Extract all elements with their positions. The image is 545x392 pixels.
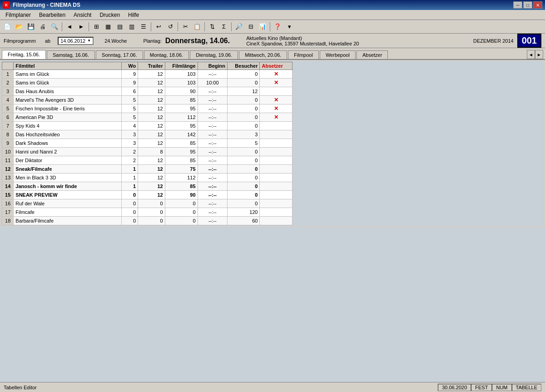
empty-area (0, 227, 545, 392)
table-row[interactable]: 10Hanni und Nanni 22895--:--0 (2, 148, 292, 156)
filter-button[interactable]: ⊟ (245, 21, 256, 32)
film-besucher-cell: 0 (228, 122, 260, 130)
row-number: 6 (2, 113, 14, 122)
menu-hilfe[interactable]: Hilfe (124, 11, 143, 19)
film-laenge-cell: 85 (165, 139, 198, 148)
film-trailer-cell: 12 (138, 96, 165, 104)
title-bar-controls[interactable]: ─ □ ✕ (513, 1, 542, 9)
tab-absetzer[interactable]: Absetzer (357, 50, 388, 59)
film-beginn-cell: --:-- (198, 174, 227, 182)
plantag-value: Donnerstag, 14.06. (165, 37, 230, 45)
table-button[interactable]: ▤ (114, 21, 125, 32)
tab-prev-button[interactable]: ◄ (527, 50, 535, 59)
film-beginn-cell: --:-- (198, 165, 227, 174)
forward-button[interactable]: ► (76, 21, 87, 32)
film-besucher-cell: 12 (228, 87, 260, 96)
film-trailer-cell: 12 (138, 79, 165, 87)
tab-mittwoch[interactable]: Mittwoch, 20.06. (239, 50, 287, 59)
help-button[interactable]: ❓ (272, 21, 283, 32)
film-trailer-cell: 8 (138, 148, 165, 156)
paste-button[interactable]: 📋 (192, 21, 203, 32)
preview-button[interactable]: 🔍 (49, 21, 60, 32)
film-absetzer-cell (260, 182, 292, 191)
table-row[interactable]: 6American Pie 3D512112--:--0✕ (2, 113, 292, 122)
film-wo-cell: 3 (122, 130, 138, 139)
film-wo-cell: 1 (122, 182, 138, 191)
new-button[interactable]: 📄 (2, 21, 13, 32)
menu-ansicht[interactable]: Ansicht (70, 11, 95, 19)
film-laenge-cell: 103 (165, 79, 198, 87)
tab-sonntag[interactable]: Sonntag, 17.06. (96, 50, 143, 59)
film-title-cell: Spy Kids 4 (14, 122, 122, 130)
minimize-button[interactable]: ─ (513, 1, 522, 9)
film-wo-cell: 0 (122, 191, 138, 199)
status-bar: Tabellen Editor 30.06.2020 FEST NUM TABE… (0, 382, 545, 392)
film-beginn-cell: --:-- (198, 87, 227, 96)
film-besucher-cell: 0 (228, 174, 260, 182)
table-row[interactable]: 14Janosch - komm wir finde11285--:--0 (2, 182, 292, 191)
film-absetzer-cell: ✕ (260, 104, 292, 113)
date-dropdown[interactable]: 14.06.2012 ▼ (58, 37, 94, 45)
film-beginn-cell: --:-- (198, 156, 227, 165)
film-wo-cell: 0 (122, 208, 138, 217)
menu-drucken[interactable]: Drucken (96, 11, 124, 19)
absetzer-x-icon: ✕ (274, 71, 278, 77)
table-row[interactable]: 17Filmcafe000--:--120 (2, 208, 292, 217)
sort-az-button[interactable]: ⇅ (207, 21, 218, 32)
row-number: 5 (2, 104, 14, 113)
table-row[interactable]: 5Fischen Impossible - Eine tieris51295--… (2, 104, 292, 113)
film-title-cell: Dark Shadows (14, 139, 122, 148)
tab-freitag[interactable]: Freitag, 15.06. (2, 50, 46, 59)
film-laenge-cell: 85 (165, 156, 198, 165)
table-row[interactable]: 8Das Hochzeitsvideo312142--:--3 (2, 130, 292, 139)
table-row[interactable]: 15SNEAK PREVIEW01290--:--0 (2, 191, 292, 199)
back-button[interactable]: ◄ (64, 21, 75, 32)
table-row[interactable]: 3Das Haus Anubis61290--:--12 (2, 87, 292, 96)
save-button[interactable]: 💾 (25, 21, 36, 32)
tab-montag[interactable]: Montag, 18.06. (144, 50, 189, 59)
cut-button[interactable]: ✂ (180, 21, 191, 32)
tab-samstag[interactable]: Samstag, 16.06. (47, 50, 95, 59)
sum-button[interactable]: Σ (218, 21, 229, 32)
film-title-cell: Men in Black 3 3D (14, 174, 122, 182)
film-absetzer-cell (260, 191, 292, 199)
table-row[interactable]: 16Ruf der Wale000--:--0 (2, 199, 292, 208)
table-row[interactable]: 13Men in Black 3 3D112112--:--0 (2, 174, 292, 182)
table-row[interactable]: 12Sneak/Filmcafe11275--:--0 (2, 165, 292, 174)
table-row[interactable]: 11Der Diktator21285--:--0 (2, 156, 292, 165)
table-row[interactable]: 9Dark Shadows31285--:--5 (2, 139, 292, 148)
table-row[interactable]: 7Spy Kids 441295--:--0 (2, 122, 292, 130)
film-absetzer-cell (260, 199, 292, 208)
tab-dienstag[interactable]: Dienstag, 19.06. (190, 50, 238, 59)
ab-label: ab (45, 38, 50, 44)
help-arrow-button[interactable]: ▾ (284, 21, 295, 32)
film-trailer-cell: 12 (138, 165, 165, 174)
table-row[interactable]: 4Marvel's The Avengers 3D51285--:--0✕ (2, 96, 292, 104)
tab-werbepool[interactable]: Werbepool (320, 50, 356, 59)
grid-button[interactable]: ▦ (103, 21, 114, 32)
print-button[interactable]: 🖨 (37, 21, 48, 32)
refresh-button[interactable]: ↺ (165, 21, 176, 32)
undo-button[interactable]: ↩ (153, 21, 164, 32)
menu-bearbeiten[interactable]: Bearbeiten (35, 11, 69, 19)
open-button[interactable]: 📂 (14, 21, 25, 32)
tab-filmpool[interactable]: Filmpool (288, 50, 319, 59)
table-row[interactable]: 18Barbara/Filmcafe000--:--60 (2, 217, 292, 225)
film-beginn-cell: --:-- (198, 113, 227, 122)
tab-next-button[interactable]: ► (535, 50, 543, 59)
close-button[interactable]: ✕ (533, 1, 542, 9)
status-text: Tabellen Editor (4, 385, 438, 390)
film-besucher-cell: 0 (228, 191, 260, 199)
search-button[interactable]: 🔎 (233, 21, 244, 32)
maximize-button[interactable]: □ (523, 1, 532, 9)
table-row[interactable]: 1Sams im Glück912103--:--0✕ (2, 70, 292, 79)
list-button[interactable]: ☰ (138, 21, 149, 32)
table-row[interactable]: 2Sams im Glück91210310:000✕ (2, 79, 292, 87)
copy-grid-button[interactable]: ⊞ (91, 21, 102, 32)
film-besucher-cell: 0 (228, 79, 260, 87)
table2-button[interactable]: ▥ (126, 21, 137, 32)
menu-filmplaner[interactable]: Filmplaner (2, 11, 35, 19)
chart-button[interactable]: 📊 (257, 21, 268, 32)
film-title-cell: Der Diktator (14, 156, 122, 165)
woche-label: 24.Woche (104, 38, 127, 44)
